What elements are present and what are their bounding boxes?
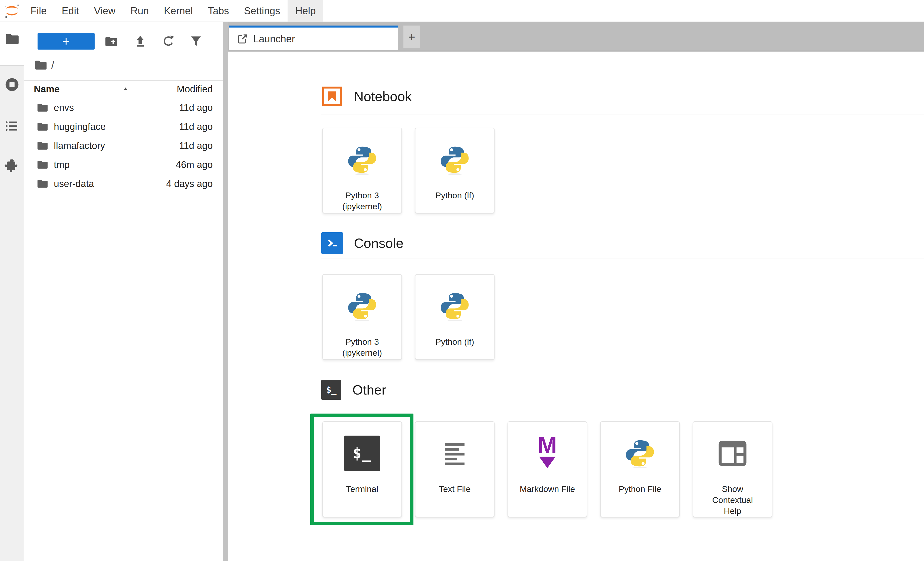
jupyterlab-window: File Edit View Run Kernel Tabs Settings … — [0, 0, 924, 561]
card-label: Show Contextual Help — [710, 483, 756, 517]
launcher-card-text-file[interactable]: Text File — [415, 422, 495, 517]
markdown-icon — [532, 434, 562, 473]
text-file-icon — [440, 438, 470, 469]
column-header-name[interactable]: Name — [34, 84, 60, 94]
prompt-icon — [325, 236, 340, 250]
file-name: tmp — [54, 159, 70, 170]
file-list: envs 11d ago huggingface 11d ago llamafa… — [24, 98, 223, 193]
python-logo — [347, 291, 377, 321]
section-title: Other — [352, 382, 386, 398]
tab-label: Launcher — [253, 33, 295, 45]
card-label: Text File — [436, 483, 473, 494]
menu-item-help[interactable]: Help — [288, 0, 323, 21]
menu-item-edit[interactable]: Edit — [54, 0, 86, 21]
python-logo — [440, 145, 470, 175]
column-divider — [145, 82, 145, 96]
home-folder-icon — [34, 60, 47, 70]
refresh-icon[interactable] — [162, 35, 175, 48]
menu-bar: File Edit View Run Kernel Tabs Settings … — [0, 0, 924, 22]
card-label: Python 3 (ipykernel) — [340, 190, 385, 212]
launcher-icon — [237, 33, 248, 45]
card-label: Python (lf) — [433, 190, 477, 201]
main-menu: File Edit View Run Kernel Tabs Settings … — [23, 0, 323, 21]
file-modified: 11d ago — [179, 102, 213, 113]
folder-icon — [37, 103, 48, 112]
folder-icon — [37, 141, 48, 150]
file-name: huggingface — [54, 122, 106, 132]
terminal-icon: $_ — [344, 436, 380, 471]
file-browser-panel: + / Name Modified envs 11d ago huggingf — [24, 22, 223, 561]
launcher-card-notebook-python-lf[interactable]: Python (lf) — [415, 128, 495, 213]
file-name: envs — [54, 102, 74, 113]
file-name: user-data — [54, 178, 94, 189]
launcher-card-console-python3[interactable]: Python 3 (ipykernel) — [322, 274, 402, 360]
card-label: Python File — [616, 483, 664, 494]
notebook-icon — [321, 86, 343, 107]
card-row-other: $_ Terminal Text File Markdown File Pyth… — [322, 422, 772, 517]
contextual-help-icon — [716, 437, 749, 470]
folder-icon — [5, 33, 20, 45]
breadcrumb[interactable]: / — [34, 59, 54, 71]
menu-item-view[interactable]: View — [86, 0, 123, 21]
column-header-modified[interactable]: Modified — [177, 84, 213, 94]
sort-ascending-icon — [122, 86, 129, 92]
card-row-notebook: Python 3 (ipykernel) Python (lf) — [322, 128, 495, 213]
menu-item-settings[interactable]: Settings — [237, 0, 288, 21]
launcher-card-console-python-lf[interactable]: Python (lf) — [415, 274, 495, 360]
launcher-card-show-contextual-help[interactable]: Show Contextual Help — [693, 422, 772, 517]
card-label: Markdown File — [517, 483, 578, 494]
extensions-icon[interactable] — [4, 158, 20, 173]
file-row-tmp[interactable]: tmp 46m ago — [24, 155, 223, 174]
table-of-contents-icon[interactable] — [5, 118, 19, 133]
section-divider — [321, 114, 924, 114]
left-sidebar — [0, 22, 24, 561]
launcher-card-markdown-file[interactable]: Markdown File — [507, 422, 587, 517]
file-row-huggingface[interactable]: huggingface 11d ago — [24, 117, 223, 136]
filter-icon[interactable] — [189, 35, 203, 48]
file-modified: 4 days ago — [166, 178, 213, 189]
section-header-notebook: Notebook — [321, 86, 412, 107]
file-modified: 11d ago — [179, 141, 213, 151]
sidebar-rail — [0, 65, 24, 561]
tab-bar: Launcher + — [228, 22, 924, 50]
menu-item-tabs[interactable]: Tabs — [200, 0, 237, 21]
tab-launcher[interactable]: Launcher — [229, 26, 398, 50]
folder-icon — [37, 179, 48, 189]
folder-icon — [37, 122, 48, 131]
section-divider — [321, 409, 924, 409]
file-list-header: Name Modified — [24, 81, 223, 98]
section-title: Notebook — [354, 88, 412, 104]
file-row-user-data[interactable]: user-data 4 days ago — [24, 174, 223, 193]
new-launcher-button[interactable]: + — [38, 33, 94, 50]
new-folder-icon[interactable] — [105, 35, 118, 48]
menu-item-file[interactable]: File — [23, 0, 54, 21]
card-row-console: Python 3 (ipykernel) Python (lf) — [322, 274, 495, 360]
running-sessions-icon[interactable] — [4, 76, 20, 93]
upload-icon[interactable] — [134, 35, 147, 48]
card-label: Python (lf) — [433, 336, 477, 347]
launcher-panel: Notebook Python 3 (ipykernel) Python (lf… — [228, 52, 924, 561]
card-label: Terminal — [344, 483, 381, 494]
launcher-card-notebook-python3[interactable]: Python 3 (ipykernel) — [322, 128, 402, 213]
file-modified: 11d ago — [179, 122, 213, 132]
file-row-envs[interactable]: envs 11d ago — [24, 98, 223, 117]
menu-item-run[interactable]: Run — [123, 0, 156, 21]
console-icon — [321, 232, 343, 254]
card-label: Python 3 (ipykernel) — [340, 336, 385, 358]
section-header-console: Console — [321, 232, 404, 254]
file-name: llamafactory — [54, 141, 105, 151]
terminal-icon: $_ — [321, 380, 341, 400]
menu-item-kernel[interactable]: Kernel — [156, 0, 201, 21]
launcher-card-terminal[interactable]: $_ Terminal — [322, 422, 402, 517]
new-tab-button[interactable]: + — [404, 26, 420, 48]
launcher-card-python-file[interactable]: Python File — [600, 422, 680, 517]
section-title: Console — [354, 236, 404, 251]
panel-resizer[interactable] — [223, 22, 228, 561]
folder-icon — [37, 160, 48, 170]
breadcrumb-root: / — [51, 59, 54, 71]
file-row-llamafactory[interactable]: llamafactory 11d ago — [24, 136, 223, 155]
file-modified: 46m ago — [176, 159, 213, 170]
python-logo — [347, 145, 377, 175]
sidebar-tab-file-browser[interactable] — [0, 22, 24, 65]
section-header-other: $_ Other — [321, 380, 386, 400]
